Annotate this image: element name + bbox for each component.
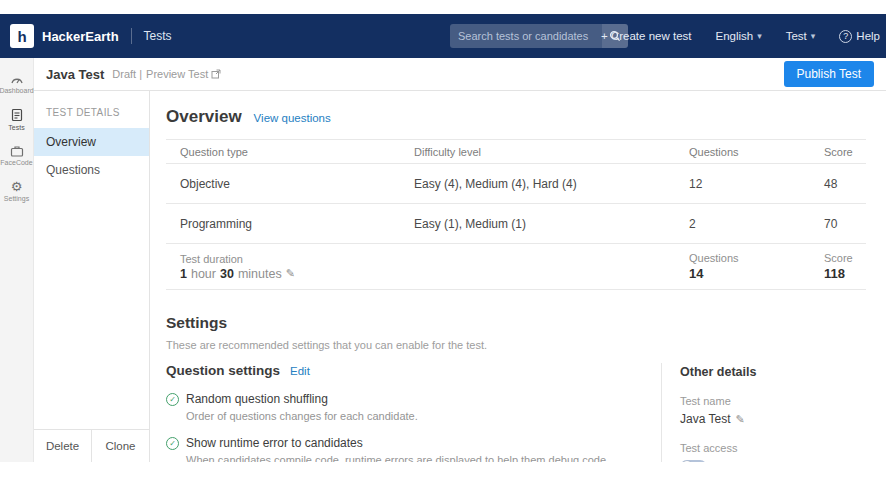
test-subheader: Java Test Draft | Preview Test Publish T… [34, 58, 886, 91]
sidebar-item-dashboard[interactable]: Dashboard [0, 66, 33, 101]
settings-title: Settings [166, 314, 866, 332]
settings-subtitle: These are recommended settings that you … [166, 339, 866, 351]
language-menu[interactable]: English ▾ [715, 30, 761, 42]
cell-score: 70 [810, 217, 866, 231]
edit-question-settings-link[interactable]: Edit [290, 365, 310, 377]
test-access-label: Test access [680, 442, 866, 454]
panel-heading: TEST DETAILS [34, 91, 149, 128]
duration-minutes: 30 [220, 267, 234, 281]
setting-option-desc: Order of questions changes for each cand… [186, 410, 641, 422]
test-menu[interactable]: Test ▾ [786, 30, 816, 42]
toggle-knob [681, 461, 693, 462]
settings-columns: Question settings Edit ✓ Random question… [166, 363, 866, 462]
setting-option-header: ✓ Show runtime error to candidates [166, 436, 641, 450]
question-settings-column: Question settings Edit ✓ Random question… [166, 363, 661, 462]
test-duration-value: 1 hour 30 minutes ✎ [180, 267, 386, 281]
test-title: Java Test [46, 67, 104, 82]
app-window: h HackerEarth Tests + Create new test En… [0, 14, 886, 462]
total-questions-value: 14 [689, 266, 796, 281]
test-details-panel: TEST DETAILS Overview Questions Delete C… [34, 91, 150, 462]
test-menu-label: Test [786, 30, 807, 42]
total-score-value: 118 [824, 266, 853, 281]
hackerearth-logo[interactable]: h [10, 24, 34, 48]
cell-questions: 2 [675, 217, 810, 231]
check-circle-icon: ✓ [166, 393, 179, 406]
test-access-toggle[interactable] [680, 460, 707, 462]
view-questions-link[interactable]: View questions [254, 112, 331, 124]
panel-actions: Delete Clone [34, 429, 149, 462]
sidebar-item-label: Dashboard [0, 87, 34, 94]
duration-minutes-unit: minutes [238, 267, 282, 281]
logo-letter: h [17, 28, 26, 45]
edit-test-name-icon[interactable]: ✎ [735, 413, 744, 426]
test-status-badge: Draft | [112, 68, 142, 80]
tests-icon [11, 108, 23, 122]
sidebar-item-tests[interactable]: Tests [0, 101, 33, 138]
panel-item-questions[interactable]: Questions [34, 156, 149, 184]
sidebar-item-facecode[interactable]: FaceCode [0, 138, 33, 173]
cell-question-type: Objective [166, 177, 400, 191]
question-settings-title: Question settings [166, 363, 280, 378]
table-summary-row: Test duration 1 hour 30 minutes ✎ Questi… [166, 244, 866, 290]
preview-test-label: Preview Test [146, 68, 208, 80]
search-input[interactable] [450, 24, 602, 48]
nav-tests-link[interactable]: Tests [144, 29, 172, 43]
navbar-right: + Create new test English ▾ Test ▾ ? Hel… [601, 14, 880, 58]
test-name-value-row: Java Test ✎ [680, 412, 866, 426]
col-header-score: Score [810, 146, 867, 158]
sidebar-item-label: FaceCode [0, 159, 32, 166]
dashboard-icon [10, 73, 24, 85]
setting-option: ✓ Random question shuffling Order of que… [166, 392, 641, 422]
overview-header: Overview View questions [166, 107, 866, 127]
cell-difficulty: Easy (1), Medium (1) [400, 217, 675, 231]
icon-sidebar: Dashboard Tests FaceCode ⚙ Settings [0, 58, 34, 462]
test-access-toggle-row: On [680, 460, 866, 462]
total-score-cell: Score 118 [810, 252, 867, 281]
brand-name[interactable]: HackerEarth [42, 29, 119, 44]
col-header-question-type: Question type [166, 146, 400, 158]
preview-test-link[interactable]: Preview Test [146, 68, 221, 80]
question-settings-header: Question settings Edit [166, 363, 641, 378]
delete-button[interactable]: Delete [34, 430, 92, 462]
test-name-value: Java Test [680, 412, 730, 426]
overview-table: Question type Difficulty level Questions… [166, 139, 866, 290]
total-score-label: Score [824, 252, 853, 264]
sidebar-item-settings[interactable]: ⚙ Settings [0, 173, 33, 209]
setting-option: ✓ Show runtime error to candidates When … [166, 436, 641, 462]
test-duration-cell: Test duration 1 hour 30 minutes ✎ [166, 253, 400, 281]
cell-question-type: Programming [166, 217, 400, 231]
setting-option-title: Random question shuffling [186, 392, 328, 406]
overview-title: Overview [166, 107, 242, 127]
clone-button[interactable]: Clone [92, 430, 149, 462]
toggle-state-label: On [714, 461, 729, 462]
chevron-down-icon: ▾ [757, 31, 762, 41]
other-details-title: Other details [680, 365, 866, 379]
test-name-label: Test name [680, 395, 866, 407]
gear-icon: ⚙ [11, 180, 23, 193]
duration-hours-unit: hour [191, 267, 216, 281]
help-icon: ? [839, 30, 852, 43]
facecode-icon [10, 145, 24, 157]
help-label: Help [856, 30, 880, 42]
panel-item-overview[interactable]: Overview [34, 128, 149, 156]
external-link-icon [211, 69, 221, 79]
table-row: Objective Easy (4), Medium (4), Hard (4)… [166, 164, 866, 204]
table-header-row: Question type Difficulty level Questions… [166, 140, 866, 164]
cell-score: 48 [810, 177, 866, 191]
table-row: Programming Easy (1), Medium (1) 2 70 [166, 204, 866, 244]
other-details-column: Other details Test name Java Test ✎ Test… [661, 363, 866, 462]
duration-hours: 1 [180, 267, 187, 281]
cell-questions: 12 [675, 177, 810, 191]
sidebar-item-label: Tests [8, 124, 24, 131]
chevron-down-icon: ▾ [811, 31, 816, 41]
create-new-test-link[interactable]: + Create new test [601, 30, 691, 42]
setting-option-desc: When candidates compile code, runtime er… [186, 454, 641, 462]
edit-duration-icon[interactable]: ✎ [286, 267, 295, 280]
navbar-left: h HackerEarth Tests [10, 24, 172, 48]
publish-test-button[interactable]: Publish Test [784, 61, 874, 87]
top-navbar: h HackerEarth Tests + Create new test En… [0, 14, 886, 58]
col-header-difficulty: Difficulty level [400, 146, 675, 158]
sidebar-item-label: Settings [4, 195, 29, 202]
language-label: English [715, 30, 753, 42]
help-link[interactable]: ? Help [839, 30, 880, 43]
